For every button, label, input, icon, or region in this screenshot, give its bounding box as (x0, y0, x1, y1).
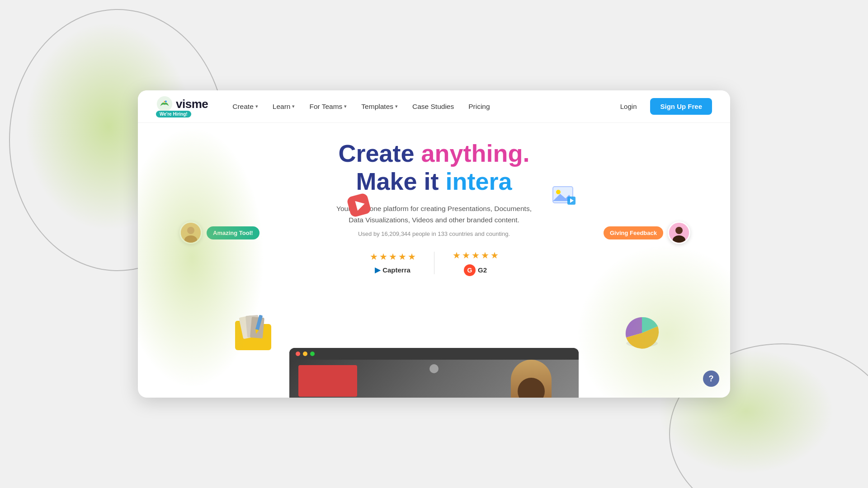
svg-rect-18 (245, 315, 260, 338)
avatar-right (668, 221, 690, 244)
visme-logo-icon (156, 95, 173, 113)
hero-title: Create anything. Make it intera (338, 139, 529, 195)
svg-rect-15 (235, 324, 271, 350)
svg-rect-20 (255, 315, 263, 331)
float-folder-icon (233, 313, 278, 355)
star-4: ★ (481, 250, 489, 261)
g2-badge-icon: G (464, 264, 476, 276)
svg-point-9 (181, 223, 201, 243)
chevron-down-icon: ▾ (255, 103, 258, 109)
svg-point-5 (556, 190, 561, 194)
svg-marker-8 (570, 198, 574, 203)
avatar-left (179, 221, 202, 244)
svg-point-22 (626, 340, 658, 347)
help-button[interactable]: ? (703, 371, 719, 387)
svg-rect-16 (235, 321, 252, 330)
user-right-group: Giving Feedback (604, 221, 690, 244)
nav-pricing[interactable]: Pricing (462, 99, 496, 114)
hero-section: Amazing Tool! Giving Feedback (138, 123, 730, 276)
nav-right: Login Sign Up Free (614, 98, 712, 115)
nav-create[interactable]: Create ▾ (226, 99, 264, 114)
image-widget-icon (551, 184, 576, 209)
capterra-rating: ★ ★ ★ ★ ★ ▶ Capterra (352, 251, 434, 274)
float-pie-icon (622, 313, 662, 351)
svg-point-1 (165, 100, 167, 102)
svg-rect-7 (567, 197, 576, 205)
svg-point-13 (675, 227, 683, 234)
star-3: ★ (472, 250, 480, 261)
browser-dot-green (310, 352, 315, 356)
pie-chart-icon (622, 313, 662, 349)
hero-users-count: Used by 16,209,344 people in 133 countri… (358, 230, 510, 237)
chevron-down-icon: ▾ (395, 103, 398, 109)
login-button[interactable]: Login (614, 99, 643, 114)
svg-marker-21 (254, 329, 259, 334)
browser-demo (289, 348, 579, 398)
svg-rect-19 (250, 317, 264, 338)
nav-templates[interactable]: Templates ▾ (355, 99, 404, 114)
user-left-group: Amazing Tool! (179, 221, 259, 244)
chevron-down-icon: ▾ (344, 103, 347, 109)
title-make: Make it (356, 168, 445, 195)
chevron-down-icon: ▾ (292, 103, 295, 109)
browser-mock-bar (289, 348, 579, 360)
star-4: ★ (398, 251, 406, 262)
browser-dot-red (296, 352, 300, 356)
folder-icon (233, 313, 278, 353)
star-3: ★ (389, 251, 397, 262)
svg-point-12 (669, 223, 689, 243)
hero-subtitle: Your all-in-one platform for creating Pr… (336, 203, 532, 226)
svg-rect-4 (553, 187, 573, 203)
navbar: visme We're Hiring! Create ▾ Learn ▾ For… (138, 90, 730, 123)
title-create: Create (338, 140, 421, 167)
svg-rect-17 (239, 315, 255, 339)
nav-case-studies[interactable]: Case Studies (406, 99, 460, 114)
star-2: ★ (379, 251, 387, 262)
logo-text: visme (176, 97, 208, 111)
star-1: ★ (453, 250, 461, 261)
nav-learn[interactable]: Learn ▾ (266, 99, 302, 114)
hiring-badge: We're Hiring! (156, 111, 191, 117)
title-anything: anything. (421, 140, 530, 167)
g2-rating: ★ ★ ★ ★ ★ G G2 (434, 250, 517, 276)
capterra-logo: ▶ Capterra (375, 266, 410, 274)
svg-point-10 (187, 227, 194, 234)
title-interactive: intera (446, 168, 512, 195)
g2-stars: ★ ★ ★ ★ ★ (453, 250, 499, 261)
browser-mock-content (289, 360, 579, 398)
logo[interactable]: visme (156, 95, 208, 113)
signup-button[interactable]: Sign Up Free (650, 98, 712, 115)
nav-links: Create ▾ Learn ▾ For Teams ▾ Templates ▾… (226, 99, 614, 114)
svg-point-11 (184, 235, 197, 243)
capterra-stars: ★ ★ ★ ★ ★ (370, 251, 416, 262)
browser-window: visme We're Hiring! Create ▾ Learn ▾ For… (138, 90, 730, 398)
g2-logo: G G2 (464, 264, 487, 276)
nav-for-teams[interactable]: For Teams ▾ (303, 99, 353, 114)
svg-point-14 (673, 235, 685, 243)
star-half: ★ (408, 251, 416, 262)
star-2: ★ (462, 250, 470, 261)
ratings-section: ★ ★ ★ ★ ★ ▶ Capterra ★ ★ ★ ★ ★ (352, 250, 517, 276)
speech-bubble-right: Giving Feedback (604, 226, 663, 239)
svg-marker-6 (553, 194, 573, 201)
logo-area: visme We're Hiring! (156, 95, 208, 117)
browser-dot-yellow (303, 352, 307, 356)
star-half: ★ (491, 250, 499, 261)
speech-bubble-left: Amazing Tool! (207, 226, 259, 239)
float-image-icon (551, 184, 576, 211)
capterra-triangle-icon: ▶ (375, 266, 380, 274)
star-1: ★ (370, 251, 378, 262)
